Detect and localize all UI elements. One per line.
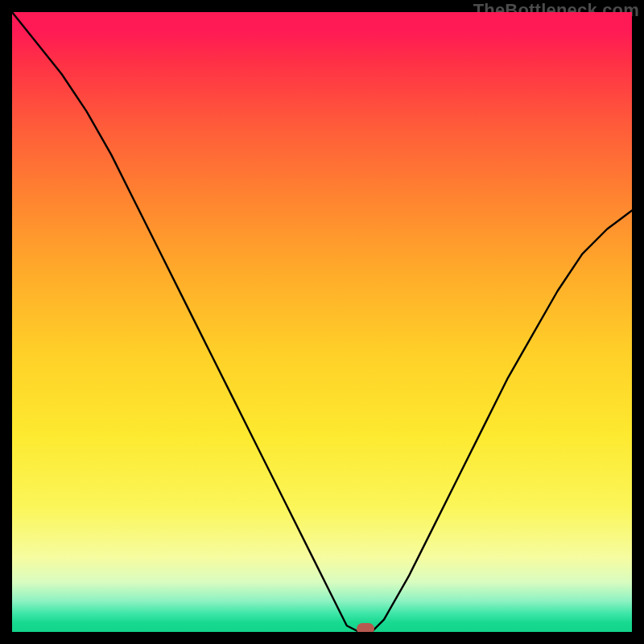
plot-area (12, 12, 632, 632)
optimal-point-marker (357, 623, 374, 632)
curve-layer (12, 12, 632, 632)
chart-frame: TheBottleneck.com (0, 0, 644, 644)
bottleneck-curve-path (12, 12, 632, 632)
